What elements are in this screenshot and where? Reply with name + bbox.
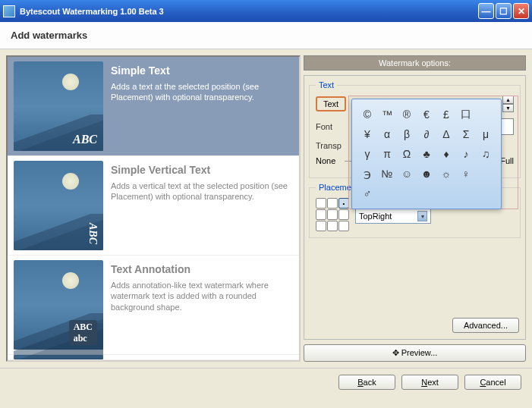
spin-down-icon[interactable]: ▼ — [502, 104, 514, 112]
symbol-cell[interactable]: Δ — [437, 125, 455, 143]
footer: Back Next Cancel — [0, 368, 532, 396]
item-desc: Adds annotation-like text watermark wher… — [111, 280, 293, 312]
pg-bot-right[interactable] — [338, 221, 349, 231]
watermark-item-partial[interactable] — [8, 355, 299, 360]
window-title: Bytescout Watermarking 1.00 Beta 3 — [20, 7, 478, 16]
titlebar: Bytescout Watermarking 1.00 Beta 3 — ☐ ✕ — [0, 0, 532, 22]
item-title: Simple Vertical Text — [111, 161, 293, 176]
text-spinner[interactable]: ▲ ▼ — [502, 96, 514, 112]
symbol-cell[interactable]: γ — [358, 145, 376, 163]
symbol-cell[interactable]: Ω — [398, 145, 416, 163]
symbol-cell[interactable] — [378, 184, 396, 202]
thumb-label: ABC — [73, 133, 97, 146]
symbol-cell[interactable]: ♦ — [437, 145, 455, 163]
symbol-cell[interactable]: ♫ — [477, 145, 495, 163]
placement-value: TopRight — [359, 212, 392, 221]
pg-top-center[interactable] — [327, 198, 338, 209]
symbol-cell[interactable]: ♂ — [358, 184, 376, 202]
thumbnail: ABC — [14, 61, 103, 151]
symbol-cell[interactable]: ☼ — [437, 165, 455, 183]
pg-mid-right[interactable] — [338, 209, 349, 220]
symbol-cell[interactable] — [417, 184, 436, 202]
item-desc: Adds a text at the selected position (se… — [111, 81, 293, 103]
symbol-cell[interactable]: ♣ — [417, 145, 436, 163]
options-header: Watermark options: — [304, 55, 526, 71]
watermark-item-simple-text[interactable]: ABC Simple Text Adds a text at the selec… — [8, 57, 299, 156]
symbol-cell[interactable]: ℈ — [358, 165, 376, 183]
advanced-button[interactable]: Advanced... — [452, 318, 519, 333]
symbol-cell[interactable]: ™ — [378, 105, 396, 124]
symbol-cell[interactable]: ♀ — [457, 165, 475, 183]
pg-top-right[interactable]: • — [338, 198, 349, 209]
symbol-cell[interactable]: ® — [398, 105, 416, 124]
placement-combo[interactable]: TopRight ▾ — [355, 209, 431, 224]
close-button[interactable]: ✕ — [513, 3, 529, 19]
symbol-cell[interactable]: © — [358, 105, 376, 124]
thumb-label: ABCabc — [69, 320, 97, 345]
symbol-cell[interactable]: ☻ — [417, 165, 436, 183]
transparency-full: Full — [500, 156, 514, 165]
symbol-cell[interactable]: Σ — [457, 125, 475, 143]
placement-grid[interactable]: • — [316, 198, 349, 231]
text-legend: Text — [316, 80, 337, 89]
symbol-cell[interactable] — [477, 105, 495, 124]
symbol-cell[interactable]: π — [378, 145, 396, 163]
symbol-cell[interactable] — [477, 165, 495, 183]
symbol-cell[interactable]: ∂ — [417, 125, 436, 143]
preview-button[interactable]: ✥ Preview... — [304, 344, 526, 362]
symbol-cell[interactable]: β — [398, 125, 416, 143]
pg-mid-center[interactable] — [327, 209, 338, 220]
symbol-cell[interactable] — [477, 184, 495, 202]
symbol-picker[interactable]: ©™®€£口¥αβ∂ΔΣμγπΩ♣♦♪♫℈№☺☻☼♀♂ — [351, 99, 502, 209]
thumbnail — [14, 355, 103, 359]
symbol-cell[interactable]: £ — [437, 105, 455, 124]
app-icon — [3, 5, 15, 17]
next-button[interactable]: Next — [401, 375, 458, 390]
maximize-button[interactable]: ☐ — [496, 3, 512, 19]
pg-mid-left[interactable] — [316, 209, 326, 220]
symbol-cell[interactable]: 口 — [457, 105, 475, 124]
pg-top-left[interactable] — [316, 198, 326, 209]
minimize-button[interactable]: — — [478, 3, 494, 19]
back-button[interactable]: Back — [338, 375, 395, 390]
page-title: Add watermarks — [0, 22, 532, 49]
pg-bot-center[interactable] — [327, 221, 338, 231]
symbol-cell[interactable]: μ — [477, 125, 495, 143]
watermark-list[interactable]: ABC Simple Text Adds a text at the selec… — [6, 55, 301, 362]
preview-label: Preview... — [401, 348, 438, 357]
symbol-cell[interactable] — [457, 184, 475, 202]
symbol-cell[interactable]: ☺ — [398, 165, 416, 183]
move-icon: ✥ — [392, 348, 399, 357]
item-title: Text Annotation — [111, 260, 293, 275]
transparency-none: None — [316, 156, 335, 165]
spin-up-icon[interactable]: ▲ — [502, 96, 514, 104]
item-title: Simple Text — [111, 61, 293, 77]
symbol-cell[interactable]: € — [417, 105, 436, 124]
symbol-cell[interactable]: ¥ — [358, 125, 376, 143]
pg-bot-left[interactable] — [316, 221, 326, 231]
text-button[interactable]: Text — [316, 96, 346, 111]
symbol-cell[interactable]: № — [378, 165, 396, 183]
chevron-down-icon[interactable]: ▾ — [417, 211, 427, 221]
symbol-cell[interactable] — [398, 184, 416, 202]
symbol-cell[interactable] — [437, 184, 455, 202]
symbol-cell[interactable]: α — [378, 125, 396, 143]
thumb-label: ABC — [87, 223, 99, 244]
watermark-item-vertical-text[interactable]: ABC Simple Vertical Text Adds a vertical… — [8, 156, 299, 256]
thumbnail: ABC — [14, 161, 103, 250]
symbol-cell[interactable]: ♪ — [457, 145, 475, 163]
cancel-button[interactable]: Cancel — [464, 375, 521, 390]
item-desc: Adds a vertical text at the selected pos… — [111, 180, 293, 202]
